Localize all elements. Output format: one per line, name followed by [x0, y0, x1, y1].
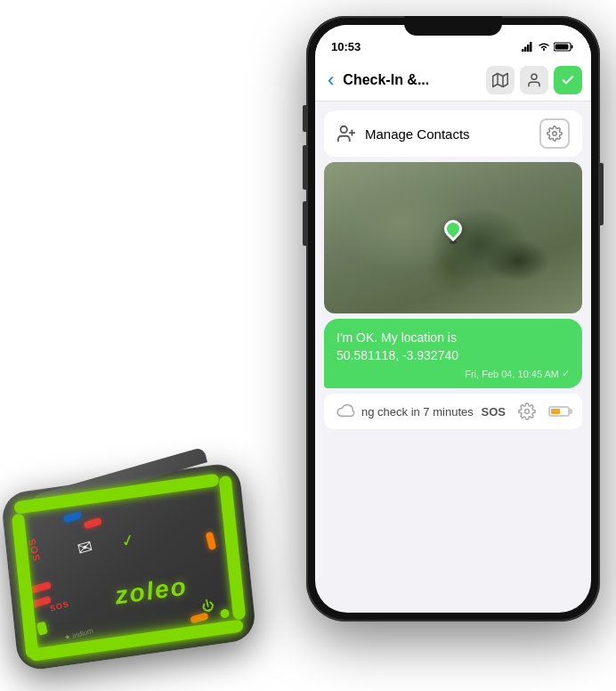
red-bar-left	[22, 581, 52, 597]
checkin-footer: ng check in 7 minutes SOS	[324, 394, 582, 429]
gear-icon	[547, 126, 563, 142]
manage-contacts-left: Manage Contacts	[336, 124, 470, 143]
screen-content: Manage Contacts I'm OK.	[315, 102, 591, 561]
svg-rect-6	[555, 44, 569, 49]
orange-led-right	[206, 532, 217, 551]
chat-message-line2: 50.581118, -3.932740	[336, 347, 570, 365]
phone-notch	[404, 16, 502, 36]
sos-tab-label[interactable]: SOS	[482, 405, 506, 419]
green-led-left	[36, 622, 48, 636]
manage-contacts-label: Manage Contacts	[365, 126, 470, 142]
chat-bubble: I'm OK. My location is 50.581118, -3.932…	[324, 319, 582, 388]
map-pin-head	[441, 215, 466, 240]
volume-mute-button	[303, 105, 306, 132]
nav-bar: ‹ Check-In &...	[315, 59, 591, 102]
status-icons	[522, 42, 573, 52]
signal-icon	[522, 42, 534, 52]
back-button[interactable]: ‹	[324, 69, 337, 92]
contacts-button[interactable]	[520, 66, 548, 94]
settings-icon[interactable]	[518, 402, 536, 420]
volume-up-button	[303, 145, 306, 190]
battery-fill	[551, 409, 560, 414]
email-icon-device: ✉	[75, 535, 94, 560]
svg-point-15	[525, 410, 530, 414]
green-led-bottom	[220, 608, 231, 619]
check-button[interactable]	[554, 66, 582, 94]
map-area[interactable]	[324, 162, 582, 313]
iridium-label	[64, 627, 94, 643]
sos-label-bottom: SOS	[49, 599, 70, 614]
svg-point-14	[553, 132, 557, 136]
checkmark-device-icon: ✓	[119, 530, 137, 552]
cloud-icon	[336, 404, 356, 419]
svg-point-11	[341, 126, 347, 133]
phone-screen: 10:53	[315, 25, 591, 613]
checkin-text: ng check in 7 minutes	[336, 404, 474, 419]
status-time: 10:53	[331, 40, 361, 53]
red-led	[84, 517, 102, 529]
checkin-label: ng check in 7 minutes	[361, 405, 474, 419]
person-add-icon	[336, 124, 356, 143]
svg-rect-0	[522, 49, 524, 52]
wifi-icon	[538, 42, 550, 52]
map-icon	[492, 72, 508, 88]
power-icon-device: ⏻	[200, 598, 215, 614]
map-button[interactable]	[486, 66, 515, 94]
person-icon	[526, 72, 542, 88]
red-bar-left2	[26, 596, 52, 609]
gear-button[interactable]	[539, 118, 570, 149]
chat-message-line1: I'm OK. My location is	[336, 329, 570, 347]
battery-status-icon	[554, 42, 573, 52]
blue-led	[63, 511, 82, 523]
svg-rect-5	[571, 45, 573, 48]
sos-label-left: SOS	[26, 537, 42, 563]
manage-contacts-row[interactable]: Manage Contacts	[324, 110, 582, 157]
device-wrapper: ✉ ✓ ⏻ SOS SOS zoleo	[18, 442, 285, 655]
nav-title: Check-In &...	[343, 72, 481, 88]
map-pin	[444, 220, 462, 244]
chat-check-icon: ✓	[562, 368, 570, 379]
checkmark-icon	[561, 73, 575, 87]
battery-icon	[548, 406, 570, 417]
phone: 10:53	[306, 16, 600, 622]
svg-marker-7	[493, 73, 508, 86]
chat-timestamp: Fri, Feb 04, 10:45 AM ✓	[336, 368, 570, 379]
tracker-top-bump	[31, 447, 207, 512]
svg-point-10	[531, 74, 537, 79]
volume-down-button	[303, 201, 306, 246]
svg-rect-3	[530, 42, 532, 52]
svg-rect-2	[527, 45, 530, 52]
tracker-body: ✉ ✓ ⏻ SOS SOS	[0, 461, 256, 672]
power-button	[600, 163, 604, 225]
svg-rect-1	[524, 46, 527, 52]
